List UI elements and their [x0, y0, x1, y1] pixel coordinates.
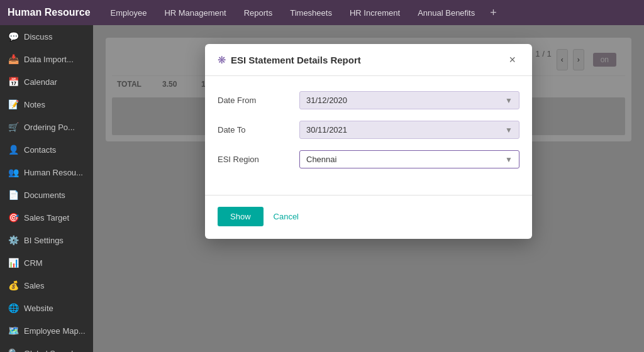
sidebar-item-global-search[interactable]: 🔍 Global Search	[0, 342, 93, 352]
sidebar: 💬 Discuss 📥 Data Import... 📅 Calendar 📝 …	[0, 25, 93, 352]
sidebar-item-sales[interactable]: 💰 Sales	[0, 274, 93, 297]
sidebar-label-notes: Notes	[24, 100, 45, 109]
ordering-po-icon: 🛒	[8, 121, 19, 133]
nav-hr-increment[interactable]: HR Increment	[342, 4, 408, 21]
sidebar-item-notes[interactable]: 📝 Notes	[0, 93, 93, 116]
modal-divider	[205, 195, 532, 195]
top-navigation: Human Resource Employee HR Management Re…	[0, 0, 644, 25]
sidebar-item-sales-target[interactable]: 🎯 Sales Target	[0, 206, 93, 229]
sidebar-label-website: Website	[24, 304, 53, 313]
sidebar-label-sales-target: Sales Target	[24, 213, 69, 223]
sidebar-item-ordering-po[interactable]: 🛒 Ordering Po...	[0, 116, 93, 138]
global-search-icon: 🔍	[8, 348, 19, 352]
date-from-value: 31/12/2020	[306, 96, 347, 105]
date-from-chevron-icon: ▼	[505, 96, 513, 105]
contacts-icon: 👤	[8, 144, 19, 155]
sidebar-item-human-resource[interactable]: 👥 Human Resou...	[0, 161, 93, 184]
modal-header: ❋ ESI Statement Details Report ×	[205, 44, 532, 76]
notes-icon: 📝	[8, 99, 19, 110]
human-resource-icon: 👥	[8, 167, 19, 178]
date-from-input[interactable]: 31/12/2020 ▼	[299, 91, 519, 109]
sidebar-label-sales: Sales	[24, 281, 45, 290]
discuss-icon: 💬	[8, 31, 19, 42]
employee-map-icon: 🗺️	[8, 325, 19, 336]
website-icon: 🌐	[8, 302, 19, 314]
modal-overlay: ❋ ESI Statement Details Report × Date Fr…	[93, 25, 644, 352]
calendar-icon: 📅	[8, 76, 19, 87]
modal-footer: Show Cancel	[205, 207, 532, 239]
modal-title: ESI Statement Details Report	[231, 55, 361, 65]
modal-title-row: ❋ ESI Statement Details Report	[218, 54, 361, 66]
nav-reports[interactable]: Reports	[236, 4, 280, 21]
sidebar-item-bi-settings[interactable]: ⚙️ BI Settings	[0, 229, 93, 251]
nav-timesheets[interactable]: Timesheets	[282, 4, 340, 21]
show-button[interactable]: Show	[218, 207, 264, 226]
sidebar-item-documents[interactable]: 📄 Documents	[0, 184, 93, 206]
sidebar-label-ordering-po: Ordering Po...	[24, 123, 75, 132]
sidebar-label-bi-settings: BI Settings	[24, 236, 64, 245]
sidebar-label-calendar: Calendar	[24, 77, 57, 87]
crm-icon: 📊	[8, 257, 19, 268]
sidebar-item-employee-map[interactable]: 🗺️ Employee Map...	[0, 319, 93, 342]
modal-title-icon: ❋	[218, 54, 226, 66]
sidebar-label-human-resource: Human Resou...	[24, 168, 83, 177]
date-from-label: Date From	[218, 96, 299, 105]
nav-items: Employee HR Management Reports Timesheet…	[103, 4, 502, 22]
sidebar-label-data-import: Data Import...	[24, 55, 74, 64]
nav-hr-management[interactable]: HR Management	[157, 4, 233, 21]
main-layout: 💬 Discuss 📥 Data Import... 📅 Calendar 📝 …	[0, 25, 644, 352]
esi-region-select[interactable]: Chennai ▼	[299, 150, 519, 168]
sidebar-item-website[interactable]: 🌐 Website	[0, 297, 93, 319]
nav-employee[interactable]: Employee	[103, 4, 155, 21]
nav-annual-benefits[interactable]: Annual Benefits	[410, 4, 482, 21]
date-to-row: Date To 30/11/2021 ▼	[218, 121, 519, 139]
modal-close-button[interactable]: ×	[505, 53, 519, 67]
sidebar-label-employee-map: Employee Map...	[24, 326, 86, 336]
sidebar-item-calendar[interactable]: 📅 Calendar	[0, 70, 93, 93]
date-to-input[interactable]: 30/11/2021 ▼	[299, 121, 519, 139]
sidebar-item-data-import[interactable]: 📥 Data Import...	[0, 48, 93, 70]
esi-region-value: Chennai	[306, 155, 336, 164]
date-to-chevron-icon: ▼	[505, 126, 513, 135]
date-to-value: 30/11/2021	[306, 125, 347, 135]
sidebar-label-discuss: Discuss	[24, 32, 53, 41]
sales-target-icon: 🎯	[8, 212, 19, 223]
date-to-label: Date To	[218, 125, 299, 135]
esi-region-row: ESI Region Chennai ▼	[218, 150, 519, 168]
sidebar-label-contacts: Contacts	[24, 145, 56, 155]
sidebar-item-crm[interactable]: 📊 CRM	[0, 251, 93, 274]
cancel-button[interactable]: Cancel	[271, 207, 301, 226]
documents-icon: 📄	[8, 189, 19, 201]
sales-icon: 💰	[8, 280, 19, 291]
esi-report-modal: ❋ ESI Statement Details Report × Date Fr…	[205, 44, 532, 239]
esi-region-chevron-icon: ▼	[505, 155, 513, 164]
app-title: Human Resource	[8, 7, 91, 18]
sidebar-label-global-search: Global Search	[24, 349, 75, 353]
esi-region-label: ESI Region	[218, 155, 299, 164]
sidebar-item-contacts[interactable]: 👤 Contacts	[0, 138, 93, 161]
modal-body: Date From 31/12/2020 ▼ Date To 30/11/202…	[205, 76, 532, 195]
sidebar-item-discuss[interactable]: 💬 Discuss	[0, 25, 93, 48]
data-import-icon: 📥	[8, 53, 19, 65]
content-area: 1 / 1 ‹ › on TOTAL 3.50 1,600.00 0 9,520…	[93, 25, 644, 352]
bi-settings-icon: ⚙️	[8, 234, 19, 246]
sidebar-label-crm: CRM	[24, 258, 43, 268]
nav-add-button[interactable]: +	[485, 4, 502, 22]
date-from-row: Date From 31/12/2020 ▼	[218, 91, 519, 109]
sidebar-label-documents: Documents	[24, 190, 65, 200]
